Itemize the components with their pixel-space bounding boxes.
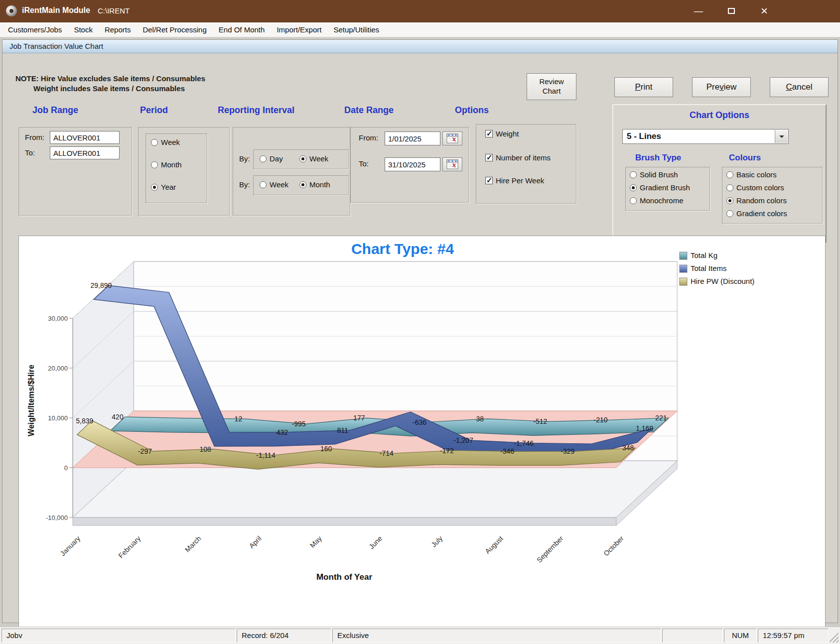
x-axis-title: Month of Year	[316, 572, 372, 582]
radio-interval2-week[interactable]: Week	[260, 180, 288, 189]
data-label: 177	[353, 414, 365, 422]
date-to-input[interactable]	[385, 157, 440, 171]
y-tick-label: -10,000	[46, 514, 68, 521]
radio-label: Gradient colors	[736, 209, 787, 218]
radio-icon	[299, 181, 306, 188]
radio-basic-colors[interactable]: Basic colors	[726, 170, 777, 179]
data-label: -1,207	[453, 436, 473, 444]
job-to-input[interactable]	[50, 146, 120, 159]
radio-icon	[151, 161, 158, 168]
checkbox-weight[interactable]: Weight	[485, 129, 519, 138]
colours-box: Basic colors Custom colors Random colors…	[722, 167, 823, 224]
radio-label: Random colors	[736, 196, 787, 205]
date-from-calendar-button[interactable]	[442, 131, 462, 145]
menu-stock[interactable]: Stock	[68, 23, 99, 36]
chart-title: Chart Type: #4	[351, 241, 454, 257]
menu-customers-jobs[interactable]: Customers/Jobs	[2, 23, 68, 36]
maximize-button[interactable]	[723, 3, 739, 18]
radio-period-year[interactable]: Year	[151, 183, 176, 191]
chart-type-select[interactable]: 5 - Lines	[622, 129, 789, 144]
radio-period-week[interactable]: Week	[151, 138, 180, 146]
app-icon	[6, 5, 17, 16]
checkbox-hire-per-week[interactable]: Hire Per Week	[485, 176, 544, 185]
data-label: 108	[199, 445, 211, 453]
radio-icon	[630, 197, 637, 204]
menu-import-export[interactable]: Import/Export	[271, 23, 327, 36]
job-transaction-value-chart-panel: Job Transaction Value Chart NOTE: Hire V…	[2, 39, 838, 623]
radio-gradient-brush[interactable]: Gradient Brush	[630, 183, 690, 192]
radio-label: Monochrome	[640, 196, 684, 205]
radio-solid-brush[interactable]: Solid Brush	[630, 170, 678, 179]
print-button[interactable]: Print	[614, 77, 673, 97]
data-label: 12	[235, 415, 243, 423]
panel-caption: Job Transaction Value Chart	[2, 40, 838, 53]
date-to-calendar-button[interactable]	[442, 157, 462, 171]
interval-row2-label: By:	[239, 180, 250, 189]
application-window: iRentMain Module C:\IRENT — × Customers/…	[0, 0, 840, 644]
interval-row1-label: By:	[239, 154, 250, 163]
chart-type-dropdown-button[interactable]	[775, 130, 788, 143]
close-button[interactable]: ×	[756, 3, 772, 18]
status-user: Jobv	[1, 629, 236, 643]
radio-label: Month	[161, 160, 182, 169]
resize-grip[interactable]	[830, 629, 839, 643]
radio-interval1-week[interactable]: Week	[299, 154, 328, 163]
y-tick-label: 30,000	[48, 315, 68, 322]
date-from-input[interactable]	[385, 131, 440, 145]
minimize-icon: —	[694, 6, 703, 16]
legend-label: Total Items	[691, 264, 727, 272]
radio-interval2-month[interactable]: Month	[299, 180, 330, 189]
x-tick-label: April	[248, 534, 263, 550]
data-label: -512	[533, 417, 547, 425]
review-chart-button[interactable]: Review Chart	[527, 73, 576, 100]
y-axis-title: Weight/Items/$Hire	[27, 365, 35, 436]
period-group: Week Month Year	[138, 127, 230, 216]
period-title: Period	[140, 105, 168, 116]
checkbox-number-of-items[interactable]: Number of items	[485, 153, 551, 162]
data-label: -329	[560, 447, 574, 455]
menu-end-of-month[interactable]: End Of Month	[213, 23, 271, 36]
menu-del-ret-processing[interactable]: Del/Ret Processing	[137, 23, 212, 36]
x-tick-label: February	[117, 534, 142, 560]
minimize-button[interactable]: —	[691, 3, 706, 18]
options-title: Options	[455, 105, 489, 116]
checkbox-label: Hire Per Week	[496, 176, 544, 185]
radio-random-colors[interactable]: Random colors	[726, 196, 787, 205]
interval-row1-box: Day Week	[253, 149, 349, 169]
radio-period-month[interactable]: Month	[151, 160, 182, 169]
data-label: 1,169	[636, 424, 653, 432]
data-label: -346	[500, 447, 514, 455]
legend-swatch	[680, 252, 687, 259]
radio-gradient-colors[interactable]: Gradient colors	[726, 209, 787, 218]
x-tick-label: May	[308, 534, 323, 549]
radio-custom-colors[interactable]: Custom colors	[726, 183, 784, 192]
data-label: 432	[277, 428, 288, 436]
data-label: -636	[413, 418, 426, 426]
status-bar: Jobv Record: 6/204 Exclusive NUM 12:59:5…	[0, 627, 840, 644]
data-label: -1,114	[256, 451, 276, 459]
preview-button[interactable]: Preview	[692, 77, 751, 97]
calendar-icon	[446, 159, 458, 169]
form-area: NOTE: Hire Value excludes Sale items / C…	[2, 53, 838, 623]
job-from-input[interactable]	[50, 131, 120, 144]
radio-monochrome[interactable]: Monochrome	[630, 196, 684, 205]
radio-label: Custom colors	[736, 183, 784, 192]
data-label: -210	[594, 416, 608, 424]
radio-icon	[726, 197, 733, 204]
y-tick-label: 0	[64, 464, 68, 472]
radio-label: Week	[270, 180, 288, 189]
window-title: iRentMain Module	[22, 6, 90, 15]
radio-label: Month	[309, 180, 330, 189]
status-time: 12:59:57 pm	[758, 629, 829, 643]
note-line-1: NOTE: Hire Value excludes Sale items / C…	[15, 74, 205, 83]
menu-setup-utilities[interactable]: Setup/Utilities	[327, 23, 385, 36]
radio-label: Basic colors	[736, 170, 777, 179]
cancel-button[interactable]: Cancel	[770, 77, 829, 97]
radio-interval1-day[interactable]: Day	[260, 154, 283, 163]
menu-reports[interactable]: Reports	[99, 23, 137, 36]
reporting-interval-title: Reporting Interval	[218, 105, 294, 116]
status-spacer	[662, 629, 723, 643]
brush-type-box: Solid Brush Gradient Brush Monochrome	[625, 167, 710, 211]
job-to-label: To:	[25, 148, 35, 157]
status-record: Record: 6/204	[237, 629, 331, 643]
